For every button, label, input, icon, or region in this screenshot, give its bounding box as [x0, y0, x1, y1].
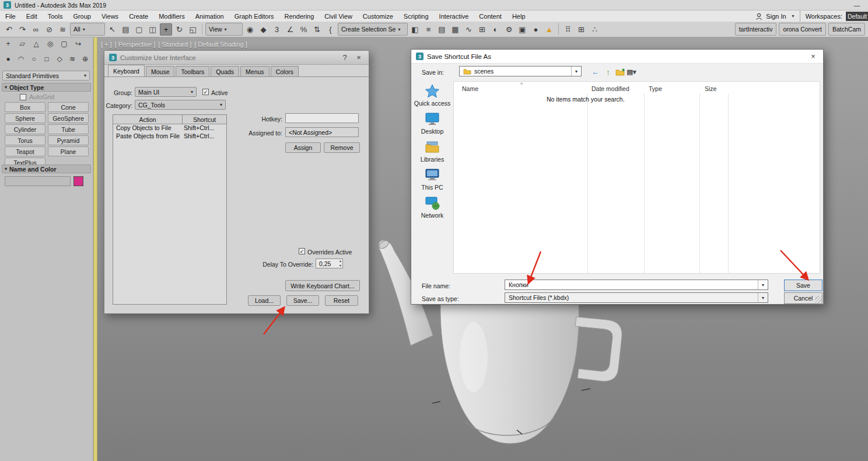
utilities-tab-icon[interactable]: ↪: [72, 39, 84, 49]
spinner-snap-icon[interactable]: ⇅: [311, 23, 323, 36]
menu-animation[interactable]: Animation: [190, 11, 229, 22]
percent-snap-icon[interactable]: %: [298, 23, 310, 36]
save-button[interactable]: Save...: [286, 295, 319, 306]
geometry-category-icon[interactable]: ●: [2, 54, 14, 64]
close-icon[interactable]: ×: [808, 52, 818, 61]
sidebar-item-libraries[interactable]: Libraries: [411, 139, 453, 163]
ribbon-toggle-icon[interactable]: ▦: [449, 23, 461, 36]
spacewarps-category-icon[interactable]: ≋: [66, 54, 78, 64]
object-name-field[interactable]: [5, 176, 71, 186]
overrides-active-checkbox[interactable]: ✓: [299, 248, 305, 254]
display-tab-icon[interactable]: ▢: [58, 39, 70, 49]
column-divider[interactable]: [728, 93, 729, 273]
redo-icon[interactable]: ↷: [16, 23, 29, 36]
primitives-dropdown[interactable]: Standard Primitives▾: [2, 71, 90, 81]
chevron-down-icon[interactable]: ▾: [758, 280, 768, 289]
assign-button[interactable]: Assign: [285, 142, 321, 153]
tab-mouse[interactable]: Mouse: [146, 66, 175, 76]
file-list[interactable]: Name ^ Date modified Type Size No items …: [453, 81, 820, 274]
actions-table[interactable]: Action Shortcut Copy Objects to File Shi…: [113, 114, 227, 305]
hierarchy-tab-icon[interactable]: △: [30, 39, 42, 49]
active-checkbox[interactable]: ✓: [202, 89, 209, 95]
window-crossing-icon[interactable]: ◫: [146, 23, 159, 36]
select-by-name-icon[interactable]: ▤: [120, 23, 132, 36]
column-divider[interactable]: [587, 93, 588, 273]
sign-in-button[interactable]: Sign In: [766, 13, 786, 20]
viewport-menu-general[interactable]: [ + ]: [101, 41, 112, 48]
viewport-menu-pov[interactable]: [ Perspective ]: [115, 41, 156, 48]
column-header-date-modified[interactable]: Date modified: [592, 85, 629, 92]
batchcam-button[interactable]: BatchCam: [828, 23, 865, 36]
file-name-combo[interactable]: Кнопки ▾: [505, 280, 768, 290]
menu-civil-view[interactable]: Civil View: [319, 11, 357, 22]
autogrid-checkbox[interactable]: [20, 94, 26, 100]
up-one-level-icon[interactable]: ↑: [603, 67, 614, 78]
select-move-icon[interactable]: +: [160, 23, 172, 36]
render-setup-icon[interactable]: ⚙: [503, 23, 515, 36]
dots-grid-icon[interactable]: ⠿: [562, 23, 574, 36]
delay-override-spinner[interactable]: 0,25 ▴ ▾: [316, 259, 343, 268]
menu-tools[interactable]: Tools: [43, 11, 68, 22]
menu-interactive[interactable]: Interactive: [434, 11, 474, 22]
render-production-icon[interactable]: ●: [530, 23, 542, 36]
menu-scripting[interactable]: Scripting: [398, 11, 434, 22]
modify-tab-icon[interactable]: ▱: [16, 39, 28, 49]
angle-snap-icon[interactable]: ∠: [284, 23, 296, 36]
save-in-dropdown[interactable]: scenes ▾: [459, 66, 582, 76]
reset-button[interactable]: Reset: [325, 295, 358, 306]
column-divider[interactable]: [644, 93, 645, 273]
chevron-down-icon[interactable]: ▾: [792, 13, 794, 19]
undo-icon[interactable]: ↶: [3, 23, 15, 36]
load-button[interactable]: Load...: [248, 295, 281, 306]
sidebar-item-desktop[interactable]: Desktop: [411, 111, 453, 135]
material-editor-icon[interactable]: ◐: [489, 23, 502, 36]
unlink-icon[interactable]: ⊘: [43, 23, 55, 36]
object-type-button[interactable]: Plane: [48, 146, 89, 156]
create-tab-icon[interactable]: +: [2, 39, 14, 49]
mirror-icon[interactable]: ◧: [409, 23, 421, 36]
object-type-button[interactable]: Cone: [48, 102, 89, 112]
tab-toolbars[interactable]: Toolbars: [176, 66, 209, 76]
menu-content[interactable]: Content: [474, 11, 507, 22]
object-type-button[interactable]: Torus: [5, 135, 46, 145]
object-type-button[interactable]: Teapot: [5, 146, 46, 156]
select-link-icon[interactable]: ∞: [30, 23, 42, 36]
chevron-down-icon[interactable]: ▾: [758, 293, 768, 302]
name-color-rollout[interactable]: ▾ Name and Color: [2, 165, 91, 173]
tab-menus[interactable]: Menus: [240, 66, 270, 76]
menu-rendering[interactable]: Rendering: [279, 11, 320, 22]
named-selection-set-dropdown[interactable]: Create Selection Se▾: [338, 23, 408, 36]
corona-converter-button[interactable]: orona Convert: [779, 23, 826, 36]
selection-filter-dropdown[interactable]: All▾: [70, 23, 105, 36]
category-dropdown[interactable]: CG_Tools▾: [135, 100, 226, 110]
dialog-titlebar[interactable]: 3 Customize User Interface ? ×: [104, 51, 369, 65]
column-header-size[interactable]: Size: [705, 85, 716, 92]
chevron-down-icon[interactable]: ▾: [571, 67, 581, 76]
object-color-swatch[interactable]: [74, 176, 83, 186]
motion-tab-icon[interactable]: ◎: [44, 39, 56, 49]
sidebar-item-this-pc[interactable]: This PC: [411, 167, 453, 191]
viewport-menu-renderer[interactable]: [ Standard ]: [158, 41, 191, 48]
save-as-type-combo[interactable]: Shortcut Files (*.kbdx) ▾: [505, 292, 768, 303]
object-type-rollout[interactable]: ▾ Object Type: [2, 83, 91, 92]
layer-manager-icon[interactable]: ▤: [436, 23, 448, 36]
minimize-icon[interactable]: —: [854, 2, 865, 9]
measure-icon[interactable]: ⊞: [575, 23, 587, 36]
schematic-view-icon[interactable]: ⊞: [476, 23, 488, 36]
menu-help[interactable]: Help: [507, 11, 531, 22]
select-manipulate-icon[interactable]: ◆: [257, 23, 270, 36]
cameras-category-icon[interactable]: □: [41, 54, 52, 64]
sidebar-item-quick-access[interactable]: Quick access: [411, 83, 453, 107]
hotkey-input[interactable]: [285, 113, 359, 123]
menu-group[interactable]: Group: [68, 11, 96, 22]
tab-keyboard[interactable]: Keyboard: [108, 65, 145, 76]
rect-selection-region-icon[interactable]: ▢: [133, 23, 145, 36]
named-selection-icon[interactable]: {: [324, 23, 337, 36]
help-icon[interactable]: ?: [340, 53, 350, 62]
select-object-icon[interactable]: ↖: [106, 23, 118, 36]
menu-customize[interactable]: Customize: [358, 11, 398, 22]
object-type-button[interactable]: Box: [5, 102, 46, 112]
view-menu-icon[interactable]: ▤▾: [626, 67, 637, 78]
menu-modifiers[interactable]: Modifiers: [153, 11, 190, 22]
panel-splitter[interactable]: [93, 37, 97, 461]
